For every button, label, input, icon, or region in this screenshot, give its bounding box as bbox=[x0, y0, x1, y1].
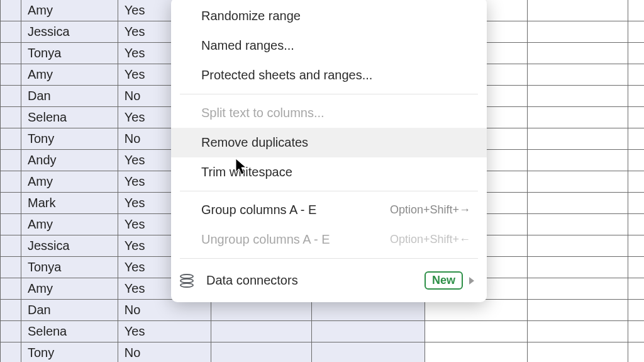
row-gutter[interactable] bbox=[0, 257, 21, 278]
menu-item-trim-whitespace[interactable]: Trim whitespace bbox=[171, 157, 487, 187]
row-gutter[interactable] bbox=[0, 0, 21, 21]
cell-name[interactable]: Andy bbox=[21, 150, 118, 171]
cell[interactable] bbox=[312, 300, 426, 321]
row-gutter[interactable] bbox=[0, 193, 21, 214]
mouse-cursor-icon bbox=[235, 158, 248, 176]
menu-item-remove-duplicates[interactable]: Remove duplicates bbox=[171, 128, 487, 157]
row-gutter[interactable] bbox=[0, 107, 21, 128]
cell[interactable] bbox=[628, 214, 644, 235]
cell[interactable] bbox=[528, 235, 628, 257]
menu-item-label: Randomize range bbox=[201, 9, 470, 23]
cell-name[interactable]: Tonya bbox=[21, 257, 118, 278]
cell-name[interactable]: Amy bbox=[21, 171, 118, 193]
menu-item-label: Named ranges... bbox=[201, 38, 470, 53]
cell-name[interactable]: Dan bbox=[21, 86, 118, 107]
menu-item-ungroup-columns: Ungroup columns A - E Option+Shift+← bbox=[171, 225, 487, 254]
cell-name[interactable]: Mark bbox=[21, 193, 118, 214]
cell[interactable] bbox=[628, 86, 644, 107]
cell[interactable] bbox=[528, 43, 628, 64]
row-gutter[interactable] bbox=[0, 300, 21, 321]
cell[interactable] bbox=[628, 171, 644, 193]
cell-name[interactable]: Tonya bbox=[21, 43, 118, 64]
row-gutter[interactable] bbox=[0, 21, 21, 43]
cell[interactable] bbox=[211, 342, 312, 362]
cell-name[interactable]: Dan bbox=[21, 300, 118, 321]
menu-item-label: Ungroup columns A - E bbox=[201, 232, 390, 247]
cell[interactable] bbox=[628, 150, 644, 171]
cell[interactable] bbox=[528, 171, 628, 193]
row-gutter[interactable] bbox=[0, 43, 21, 64]
cell[interactable] bbox=[628, 300, 644, 321]
menu-item-label: Split text to columns... bbox=[201, 106, 470, 120]
menu-separator bbox=[180, 191, 478, 191]
cell[interactable] bbox=[528, 257, 628, 278]
cell[interactable] bbox=[425, 342, 528, 362]
cell-yesno[interactable]: No bbox=[118, 300, 211, 321]
cell[interactable] bbox=[528, 214, 628, 235]
cell[interactable] bbox=[312, 321, 426, 342]
cell[interactable] bbox=[628, 235, 644, 257]
cell[interactable] bbox=[628, 257, 644, 278]
data-menu-dropdown: Randomize range Named ranges... Protecte… bbox=[171, 0, 487, 302]
row-gutter[interactable] bbox=[0, 86, 21, 107]
cell[interactable] bbox=[628, 193, 644, 214]
cell-yesno[interactable]: No bbox=[118, 342, 211, 362]
row-gutter[interactable] bbox=[0, 64, 21, 86]
cell-name[interactable]: Tony bbox=[21, 342, 118, 362]
menu-item-protected-sheets[interactable]: Protected sheets and ranges... bbox=[171, 60, 487, 90]
cell[interactable] bbox=[528, 0, 628, 21]
menu-separator bbox=[180, 94, 478, 94]
cell[interactable] bbox=[528, 278, 628, 300]
cell[interactable] bbox=[528, 300, 628, 321]
cell[interactable] bbox=[425, 321, 528, 342]
cell[interactable] bbox=[628, 278, 644, 300]
cell[interactable] bbox=[528, 86, 628, 107]
cell[interactable] bbox=[425, 300, 528, 321]
cell[interactable] bbox=[528, 128, 628, 150]
menu-item-randomize-range[interactable]: Randomize range bbox=[171, 1, 487, 31]
cell[interactable] bbox=[628, 128, 644, 150]
cell[interactable] bbox=[528, 321, 628, 342]
cell[interactable] bbox=[628, 342, 644, 362]
cell[interactable] bbox=[528, 64, 628, 86]
menu-item-split-text: Split text to columns... bbox=[171, 98, 487, 128]
row-gutter[interactable] bbox=[0, 278, 21, 300]
cell[interactable] bbox=[528, 150, 628, 171]
cell[interactable] bbox=[528, 107, 628, 128]
row-gutter[interactable] bbox=[0, 321, 21, 342]
cell[interactable] bbox=[528, 193, 628, 214]
cell[interactable] bbox=[211, 321, 312, 342]
cell[interactable] bbox=[528, 21, 628, 43]
row-gutter[interactable] bbox=[0, 342, 21, 362]
new-badge: New bbox=[425, 271, 463, 290]
cell[interactable] bbox=[628, 64, 644, 86]
cell-name[interactable]: Amy bbox=[21, 64, 118, 86]
cell[interactable] bbox=[528, 342, 628, 362]
cell-name[interactable]: Amy bbox=[21, 278, 118, 300]
menu-item-label: Protected sheets and ranges... bbox=[201, 68, 470, 82]
cell-name[interactable]: Tony bbox=[21, 128, 118, 150]
menu-item-named-ranges[interactable]: Named ranges... bbox=[171, 31, 487, 60]
cell-name[interactable]: Selena bbox=[21, 107, 118, 128]
cell-name[interactable]: Jessica bbox=[21, 21, 118, 43]
menu-item-group-columns[interactable]: Group columns A - E Option+Shift+→ bbox=[171, 195, 487, 225]
cell[interactable] bbox=[628, 107, 644, 128]
cell[interactable] bbox=[312, 342, 426, 362]
cell-name[interactable]: Amy bbox=[21, 214, 118, 235]
menu-item-data-connectors[interactable]: Data connectors New bbox=[171, 263, 487, 298]
row-gutter[interactable] bbox=[0, 214, 21, 235]
row-gutter[interactable] bbox=[0, 171, 21, 193]
cell-yesno[interactable]: Yes bbox=[118, 321, 211, 342]
cell[interactable] bbox=[628, 43, 644, 64]
row-gutter[interactable] bbox=[0, 235, 21, 257]
cell[interactable] bbox=[628, 21, 644, 43]
cell[interactable] bbox=[211, 300, 312, 321]
cell-name[interactable]: Amy bbox=[21, 0, 118, 21]
menu-separator bbox=[180, 258, 478, 259]
cell[interactable] bbox=[628, 0, 644, 21]
cell-name[interactable]: Jessica bbox=[21, 235, 118, 257]
row-gutter[interactable] bbox=[0, 128, 21, 150]
row-gutter[interactable] bbox=[0, 150, 21, 171]
cell[interactable] bbox=[628, 321, 644, 342]
cell-name[interactable]: Selena bbox=[21, 321, 118, 342]
